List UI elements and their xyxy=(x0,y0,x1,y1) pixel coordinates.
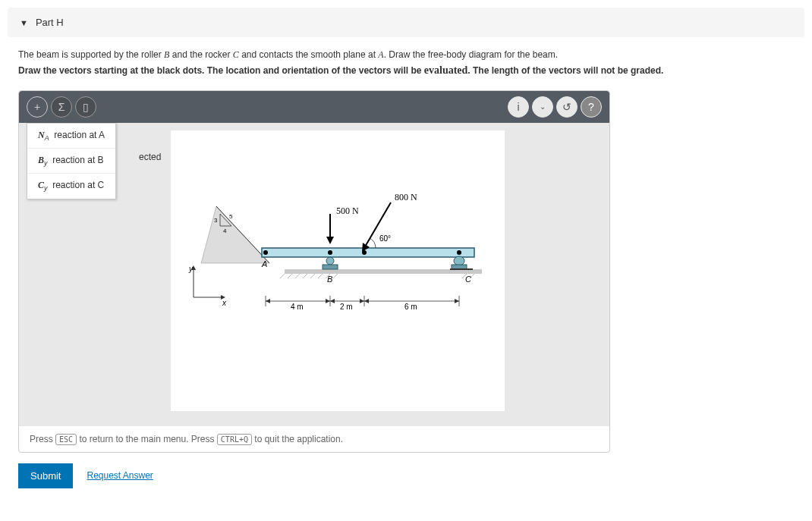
label: reaction at A xyxy=(54,130,105,140)
key-ctrlq: CTRL+Q xyxy=(217,434,252,445)
sym-c: C xyxy=(233,49,239,60)
text: and contacts the smooth plane at xyxy=(239,49,378,60)
svg-point-28 xyxy=(457,250,461,255)
svg-rect-23 xyxy=(323,265,338,269)
angle-60: 60° xyxy=(379,234,391,243)
part-header[interactable]: ▼ Part H xyxy=(8,8,804,37)
sym: B xyxy=(38,155,44,165)
drawing-workspace: + Σ ▯ i ⌄ ↺ ? NA reaction at A By reacti… xyxy=(18,90,610,453)
help-button[interactable]: ? xyxy=(581,96,602,118)
submit-button[interactable]: Submit xyxy=(18,463,73,488)
sym: C xyxy=(38,180,44,190)
force-800n: 800 N xyxy=(395,192,417,202)
svg-line-17 xyxy=(333,274,338,278)
force-500n: 500 N xyxy=(336,206,359,216)
slope-4: 4 xyxy=(223,228,227,234)
svg-line-12 xyxy=(295,274,300,278)
text: to return to the main menu. Press xyxy=(77,434,217,444)
svg-line-15 xyxy=(318,274,323,278)
label: reaction at C xyxy=(52,180,104,190)
problem-statement: The beam is supported by the roller B an… xyxy=(18,48,794,80)
text: Draw the vectors starting at the black d… xyxy=(18,65,421,76)
text: . Draw the free-body diagram for the bea… xyxy=(384,49,558,60)
slope-5: 5 xyxy=(229,213,233,220)
dropdown-item-cy[interactable]: Cy reaction at C xyxy=(27,174,115,198)
reset-button[interactable]: ↺ xyxy=(556,96,578,118)
sub: y xyxy=(44,185,48,193)
text: The beam is supported by the roller xyxy=(18,49,164,60)
sym: N xyxy=(38,130,45,140)
add-vector-button[interactable]: + xyxy=(27,96,48,118)
dropdown-item-na[interactable]: NA reaction at A xyxy=(27,124,115,149)
dropdown-item-by[interactable]: By reaction at B xyxy=(27,149,115,174)
point-c: C xyxy=(465,275,471,284)
point-b: B xyxy=(327,275,332,284)
vector-dropdown: NA reaction at A By reaction at B Cy rea… xyxy=(27,123,116,199)
svg-line-14 xyxy=(310,274,315,278)
diagram: y x 3 4 5 xyxy=(171,130,505,411)
svg-point-24 xyxy=(328,250,332,255)
dropdown-button[interactable]: ⌄ xyxy=(532,96,553,118)
point-a: A xyxy=(261,259,267,268)
caret-down-icon: ▼ xyxy=(20,18,28,27)
dim-4m: 4 m xyxy=(291,303,304,311)
toolbar: + Σ ▯ i ⌄ ↺ ? xyxy=(19,91,609,123)
footer-hint: Press ESC to return to the main menu. Pr… xyxy=(19,426,609,452)
canvas[interactable]: NA reaction at A By reaction at B Cy rea… xyxy=(19,123,609,426)
svg-point-33 xyxy=(362,250,367,255)
label: reaction at B xyxy=(52,155,103,165)
svg-marker-45 xyxy=(364,299,369,303)
dim-6m: 6 m xyxy=(404,303,417,311)
part-title: Part H xyxy=(36,17,64,28)
ected-fragment: ected xyxy=(139,152,161,162)
svg-point-25 xyxy=(454,256,464,265)
text: and the rocker xyxy=(169,49,232,60)
text: Press xyxy=(30,434,55,444)
svg-point-22 xyxy=(326,257,334,265)
svg-marker-4 xyxy=(201,206,269,263)
delete-button[interactable]: ▯ xyxy=(75,96,96,118)
text: to quit the application. xyxy=(252,434,343,444)
info-button[interactable]: i xyxy=(508,96,529,118)
diagram-svg: y x 3 4 5 xyxy=(171,130,505,411)
sub: A xyxy=(45,134,49,142)
svg-marker-46 xyxy=(455,299,459,303)
svg-line-10 xyxy=(280,274,285,278)
axis-x-label: x xyxy=(222,299,227,307)
svg-marker-30 xyxy=(326,237,334,244)
svg-line-13 xyxy=(303,274,307,278)
svg-point-21 xyxy=(263,250,268,255)
svg-marker-43 xyxy=(330,299,335,303)
key-esc: ESC xyxy=(55,434,77,445)
request-answer-link[interactable]: Request Answer xyxy=(87,470,153,481)
sum-button[interactable]: Σ xyxy=(51,96,72,118)
overlay-evaluated: evaluated xyxy=(424,62,468,79)
axis-y-label: y xyxy=(188,265,194,273)
svg-rect-20 xyxy=(262,248,474,257)
svg-marker-44 xyxy=(360,299,364,303)
dim-2m: 2 m xyxy=(340,303,353,311)
slope-3: 3 xyxy=(214,217,218,224)
actions: Submit Request Answer xyxy=(18,463,794,488)
svg-line-11 xyxy=(288,274,292,278)
text: . The length of the vectors will not be … xyxy=(467,65,663,76)
svg-marker-41 xyxy=(266,299,270,303)
sym-a: A xyxy=(378,49,383,60)
svg-marker-42 xyxy=(326,299,330,303)
sub: y xyxy=(44,159,48,167)
